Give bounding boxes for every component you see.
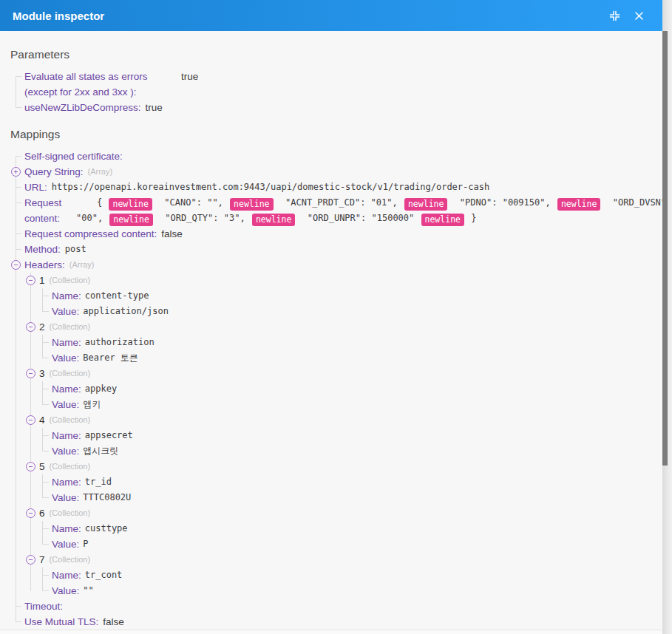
field-label: Method:	[24, 242, 61, 257]
field-value: TTTC0802U	[83, 490, 131, 505]
section-parameters: ParametersEvaluate all states as errors …	[0, 48, 662, 115]
field-value: false	[161, 226, 183, 242]
tree-row: URL:https://openapi.koreainvestment.com:…	[0, 180, 662, 195]
collection-row: 5(Collection)	[0, 459, 662, 474]
header-item: 1(Collection)Name:content-typeValue:appl…	[0, 273, 662, 319]
item-number: 6	[39, 505, 45, 521]
newline-badge: newline	[109, 214, 152, 226]
field-row: Name:appsecret	[0, 428, 662, 443]
field-row: Value:앱키	[0, 397, 662, 412]
collection-row: 1(Collection)	[0, 273, 662, 288]
headers-items: 1(Collection)Name:content-typeValue:appl…	[0, 273, 662, 599]
scrollbar-thumb[interactable]	[662, 31, 668, 466]
collapse-node-icon[interactable]	[26, 508, 35, 518]
collapse-node-icon[interactable]	[26, 462, 35, 471]
tree-row: Self-signed certificate:	[0, 149, 662, 164]
field-label: Value:	[52, 350, 79, 366]
field-value: custtype	[85, 521, 128, 536]
field-label: Name:	[52, 474, 81, 490]
field-label: Name:	[52, 381, 81, 397]
field-value: 앱키	[83, 397, 101, 412]
field-label: Value:	[52, 443, 79, 459]
field-value: post	[65, 242, 86, 257]
collapse-node-icon[interactable]	[26, 276, 35, 285]
tree-row: Method:post	[0, 242, 662, 257]
type-meta: (Collection)	[50, 505, 91, 521]
field-value: Bearer 토큰	[83, 350, 138, 366]
inspector-body: ParametersEvaluate all states as errors …	[0, 31, 662, 634]
field-row: Name:content-type	[0, 288, 662, 304]
newline-badge: newline	[230, 198, 273, 211]
newline-badge: newline	[109, 198, 152, 211]
field-row: Value:P	[0, 536, 662, 552]
close-icon	[634, 10, 645, 21]
tree-parameters: Evaluate all states as errors (except fo…	[0, 69, 662, 115]
collection-row: 3(Collection)	[0, 366, 662, 381]
tree-row: Use Mutual TLS:false	[0, 614, 662, 630]
field-label: Name:	[52, 428, 81, 443]
item-number: 3	[39, 366, 45, 381]
token-text: "ORD_QTY": "3",	[155, 213, 251, 223]
field-row: Name:tr_id	[0, 474, 662, 490]
field-value: true	[181, 69, 198, 84]
field-label: Timeout:	[24, 599, 63, 614]
collapse-node-icon[interactable]	[26, 369, 35, 378]
request-content-value: { newline "CANO": "", newline "ACNT_PRDT…	[76, 195, 662, 226]
field-label: Value:	[52, 536, 79, 552]
field-label: Value:	[52, 490, 79, 505]
tree-row: Request compressed content:false	[0, 226, 662, 242]
header-item: 7(Collection)Name:tr_contValue:""	[0, 552, 662, 599]
collection-row: 2(Collection)	[0, 319, 662, 335]
newline-badge: newline	[404, 198, 447, 211]
header-item: 3(Collection)Name:appkeyValue:앱키	[0, 366, 662, 412]
section-mappings: MappingsSelf-signed certificate:Query St…	[0, 128, 662, 630]
field-label: Query String:	[24, 164, 84, 180]
title-bar: Module inspector	[0, 0, 662, 31]
token-line: "00", newline "ORD_QTY": "3", newline "O…	[76, 211, 662, 226]
field-row: Value:""	[0, 583, 662, 599]
field-label: Value:	[52, 583, 79, 599]
collection-row: 6(Collection)	[0, 505, 662, 521]
collapse-node-icon[interactable]	[26, 415, 35, 425]
field-row: Value:application/json	[0, 304, 662, 319]
token-text: "ORD_DVSN":	[602, 197, 671, 208]
field-label: Self-signed certificate:	[24, 149, 123, 164]
header-item: 5(Collection)Name:tr_idValue:TTTC0802U	[0, 459, 662, 505]
header-item: 4(Collection)Name:appsecretValue:앱시크릿	[0, 412, 662, 459]
field-value: tr_id	[85, 474, 112, 490]
type-meta: (Collection)	[50, 319, 91, 335]
newline-badge: newline	[252, 214, 295, 226]
field-label: URL:	[24, 180, 47, 195]
tree-row: Timeout:	[0, 599, 662, 614]
type-meta: (Collection)	[50, 273, 91, 288]
field-label: Request content:	[24, 195, 72, 226]
field-value: true	[146, 100, 163, 115]
close-button[interactable]	[631, 8, 646, 23]
field-row: Value:Bearer 토큰	[0, 350, 662, 366]
token-text: "ORD_UNPR": "150000"	[296, 213, 419, 223]
token-text: "CANO": "",	[154, 197, 228, 208]
field-value: ""	[83, 583, 93, 599]
field-value: appkey	[85, 381, 117, 397]
section-heading: Mappings	[10, 128, 662, 141]
tree-row: useNewZLibDeCompress:true	[0, 100, 662, 115]
section-heading: Parameters	[10, 48, 662, 61]
expand-icon[interactable]	[11, 167, 21, 177]
field-value: P	[83, 536, 88, 552]
field-row: Value:앱시크릿	[0, 443, 662, 459]
collapse-button[interactable]	[607, 8, 622, 23]
collapse-icon	[608, 10, 621, 22]
tree-mappings: Self-signed certificate:Query String:(Ar…	[0, 149, 662, 630]
item-number: 2	[39, 319, 45, 335]
field-label: Name:	[52, 521, 81, 536]
field-label: Value:	[52, 304, 79, 319]
collapse-node-icon[interactable]	[11, 260, 21, 270]
token-text: "PDNO": "009150",	[449, 197, 556, 208]
collapse-node-icon[interactable]	[26, 322, 35, 332]
field-row: Name:authorization	[0, 335, 662, 350]
tree-row: Query String:(Array)	[0, 164, 662, 180]
type-meta: (Collection)	[50, 459, 91, 474]
field-value: false	[103, 614, 124, 630]
collapse-node-icon[interactable]	[26, 555, 35, 565]
scrollbar-track[interactable]	[662, 0, 672, 634]
